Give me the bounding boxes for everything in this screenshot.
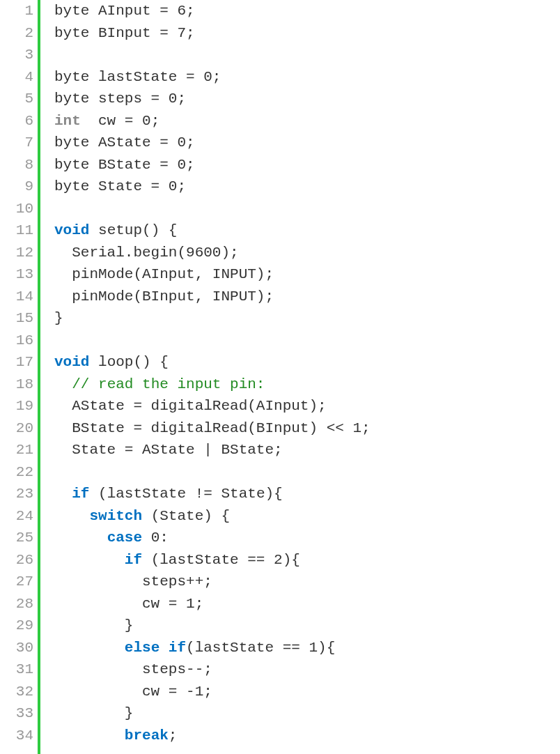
code-line: void loop() {	[54, 351, 560, 374]
line-number: 14	[0, 286, 33, 308]
line-number: 11	[0, 220, 33, 242]
line-number: 34	[0, 725, 33, 747]
code-line	[54, 461, 560, 484]
token-norm: byte steps = 0;	[54, 91, 186, 107]
token-norm	[54, 376, 72, 392]
code-line: byte BInput = 7;	[54, 22, 560, 45]
code-line: byte lastState = 0;	[54, 66, 560, 89]
line-number: 21	[0, 439, 33, 461]
code-line: cw = 1;	[54, 593, 560, 615]
code-line: }	[54, 307, 560, 330]
line-number: 8	[0, 154, 33, 176]
line-number: 2	[0, 22, 33, 45]
token-norm: cw = 1;	[54, 596, 203, 612]
line-number: 12	[0, 242, 33, 264]
token-norm	[54, 530, 107, 546]
line-number: 22	[0, 461, 33, 484]
line-number: 13	[0, 263, 33, 286]
token-norm: (lastState == 1){	[186, 640, 335, 656]
code-line: void setup() {	[54, 220, 560, 242]
code-line: byte AState = 0;	[54, 132, 560, 154]
line-number: 30	[0, 637, 33, 659]
line-number-gutter: 1234567891011121314151617181920212223242…	[0, 0, 38, 754]
code-line: cw = -1;	[54, 681, 560, 703]
line-number: 18	[0, 374, 33, 396]
code-line: State = AState | BState;	[54, 439, 560, 461]
token-norm: State = AState | BState;	[54, 442, 283, 458]
token-norm: cw = -1;	[54, 684, 212, 700]
code-line: steps--;	[54, 659, 560, 681]
token-norm	[54, 640, 125, 656]
line-number: 17	[0, 351, 33, 374]
token-norm: byte lastState = 0;	[54, 69, 221, 85]
line-number: 29	[0, 615, 33, 637]
token-norm: }	[54, 617, 133, 633]
code-area: byte AInput = 6;byte BInput = 7;byte las…	[54, 0, 560, 754]
code-line: AState = digitalRead(AInput);	[54, 395, 560, 417]
line-number: 28	[0, 593, 33, 615]
vertical-rule	[38, 0, 40, 754]
code-line: }	[54, 615, 560, 637]
token-norm: pinMode(AInput, INPUT);	[54, 266, 274, 282]
token-norm: byte State = 0;	[54, 178, 186, 194]
token-type: int	[54, 113, 81, 129]
line-number: 27	[0, 571, 33, 593]
line-number: 19	[0, 395, 33, 417]
token-norm	[54, 728, 125, 744]
code-line: switch (State) {	[54, 505, 560, 528]
line-number: 7	[0, 132, 33, 154]
token-norm: byte BState = 0;	[54, 157, 195, 173]
token-kw: if	[72, 486, 89, 502]
line-number: 5	[0, 88, 33, 110]
line-number: 25	[0, 527, 33, 549]
token-norm: ;	[169, 728, 178, 744]
line-number: 32	[0, 681, 33, 703]
line-number: 9	[0, 176, 33, 198]
code-line	[54, 44, 560, 66]
line-number: 3	[0, 44, 33, 66]
line-number: 6	[0, 110, 33, 132]
token-norm: 0:	[142, 530, 169, 546]
code-line: Serial.begin(9600);	[54, 242, 560, 264]
token-norm: byte AInput = 6;	[54, 3, 195, 19]
token-kw: void	[54, 222, 89, 238]
code-line: byte State = 0;	[54, 176, 560, 198]
line-number: 4	[0, 66, 33, 89]
token-norm: steps++;	[54, 574, 212, 590]
token-norm: (lastState != State){	[89, 486, 282, 502]
token-norm: byte BInput = 7;	[54, 25, 195, 41]
code-line: pinMode(AInput, INPUT);	[54, 263, 560, 286]
code-line	[54, 198, 560, 220]
token-kw: break	[125, 728, 169, 744]
token-norm	[54, 508, 89, 524]
token-kw: case	[107, 530, 142, 546]
token-norm: Serial.begin(9600);	[54, 245, 239, 261]
code-line: BState = digitalRead(BInput) << 1;	[54, 417, 560, 440]
line-number: 16	[0, 330, 33, 352]
code-line: case 0:	[54, 527, 560, 549]
code-line: if (lastState == 2){	[54, 549, 560, 571]
token-norm: }	[54, 705, 133, 721]
code-line: int cw = 0;	[54, 110, 560, 132]
code-line: break;	[54, 725, 560, 747]
token-norm: loop() {	[89, 354, 168, 370]
line-number: 33	[0, 702, 33, 725]
code-line: }	[54, 702, 560, 725]
token-norm: steps--;	[54, 661, 212, 677]
token-norm: (State) {	[142, 508, 230, 524]
code-line: byte steps = 0;	[54, 88, 560, 110]
token-norm: AState = digitalRead(AInput);	[54, 398, 327, 414]
token-norm	[54, 552, 125, 568]
line-number: 26	[0, 549, 33, 571]
token-norm: cw = 0;	[81, 113, 160, 129]
token-kw: switch	[89, 508, 142, 524]
line-number: 1	[0, 0, 33, 22]
code-block: 1234567891011121314151617181920212223242…	[0, 0, 560, 754]
line-number: 20	[0, 417, 33, 440]
code-line: else if(lastState == 1){	[54, 637, 560, 659]
token-norm	[54, 486, 72, 502]
token-norm: (lastState == 2){	[142, 552, 300, 568]
line-number: 31	[0, 659, 33, 681]
code-line: byte AInput = 6;	[54, 0, 560, 22]
line-number: 15	[0, 307, 33, 330]
